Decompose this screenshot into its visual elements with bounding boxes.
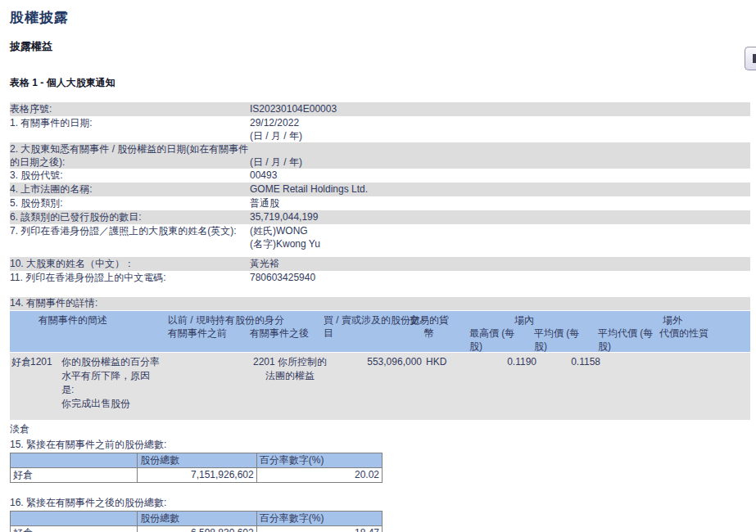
field-label: 11. 列印在香港身份證上的中文電碼: — [10, 272, 250, 285]
header-before-event: 有關事件之前 — [168, 327, 227, 340]
totals-after-section-label: 16. 緊接在有關事件之後的股份總數: — [10, 497, 750, 509]
average-price-value: 0.1158 — [535, 355, 600, 369]
field-value: 29/12/2022 (日 / 月 / 年) — [250, 117, 750, 142]
form-row: 3. 股份代號: 00493 — [10, 169, 750, 183]
row-label-long-position: 好倉 — [11, 468, 138, 483]
field-label: 5. 股份類別: — [10, 197, 250, 210]
page-title: 股權披露 — [10, 8, 750, 27]
field-value: 35,719,044,199 — [250, 211, 750, 224]
header-consideration-nature: 代價的性質 — [659, 327, 708, 340]
event-details-long-position-row: 好倉 1201 你的股份權益的百分率 水平有所下降，原因 是: 你完成出售股份 … — [10, 353, 750, 420]
shares-number-value: 553,096,000 — [324, 355, 422, 369]
totals-after-table: 股份總數 百分率數字(%) 好倉 6,598,830,602 18.47 — [10, 511, 383, 532]
form-row: 4. 上市法團的名稱: GOME Retail Holdings Ltd. — [10, 183, 750, 196]
percent-value: 18.47 — [256, 526, 382, 532]
field-label: 3. 股份代號: — [10, 169, 250, 183]
form-title: 表格 1 - 個人大股東通知 — [10, 76, 750, 90]
field-value: 780603425940 — [250, 272, 750, 285]
total-shares-value: 7,151,926,602 — [138, 468, 257, 483]
table-row: 好倉 6,598,830,602 18.47 — [11, 526, 383, 532]
field-label: 2. 大股東知悉有關事件 / 股份權益的日期(如在有關事件 的日期之後): — [10, 143, 250, 169]
form-row: 11. 列印在香港身份證上的中文電碼: 780603425940 — [10, 271, 750, 285]
form-row: 表格序號: IS20230104E00003 — [10, 102, 750, 116]
table-header-row: 股份總數 百分率數字(%) — [11, 453, 383, 468]
notice-form: 表格序號: IS20230104E00003 1. 有關事件的日期: 29/12… — [10, 102, 750, 285]
percent-value: 20.02 — [256, 468, 382, 483]
header-empty-cell — [11, 512, 138, 526]
section-title: 披露權益 — [10, 39, 750, 54]
form-row: 2. 大股東知悉有關事件 / 股份權益的日期(如在有關事件 的日期之後): (日… — [10, 142, 750, 169]
field-value: 普通股 — [250, 197, 750, 210]
print-button-partial[interactable] — [745, 47, 756, 70]
field-label: 4. 上市法團的名稱: — [10, 183, 250, 196]
highest-price-value: 0.1190 — [471, 355, 536, 369]
field-label: 表格序號: — [10, 103, 250, 116]
form-row: 7. 列印在香港身份證／護照上的大股東的姓名(英文): (姓氏)WONG (名字… — [10, 224, 750, 250]
event-details-section-label: 14. 有關事件的詳情: — [10, 297, 750, 310]
header-after-event: 有關事件之後 — [250, 327, 309, 340]
header-total-shares: 股份總數 — [138, 453, 257, 468]
header-event-description: 有關事件的簡述 — [38, 313, 107, 327]
form-row: 5. 股份類別: 普通股 — [10, 196, 750, 210]
header-highest-price: 最高價 (每 股) — [469, 327, 535, 353]
event-code: 1201 — [30, 355, 52, 369]
header-average-price: 平均價 (每 股) — [534, 327, 600, 353]
short-position-label: 淡倉 — [10, 423, 750, 435]
row-label-long-position: 好倉 — [11, 526, 138, 532]
header-percent-figure: 百分率數字(%) — [256, 453, 382, 468]
total-shares-value: 6,598,830,602 — [138, 526, 257, 532]
header-off-exchange: 場外 — [663, 313, 682, 327]
field-value: IS20230104E00003 — [250, 103, 750, 116]
field-label: 7. 列印在香港身份證／護照上的大股東的姓名(英文): — [10, 225, 250, 250]
header-percent-figure: 百分率數字(%) — [256, 512, 382, 526]
field-value: 黃光裕 — [250, 258, 750, 271]
header-on-exchange: 場內 — [514, 313, 534, 327]
totals-before-section-label: 15. 緊接在有關事件之前的股份總數: — [10, 439, 750, 451]
form-row: 1. 有關事件的日期: 29/12/2022 (日 / 月 / 年) — [10, 116, 750, 142]
field-label: 10. 大股東的姓名（中文）： — [10, 258, 250, 271]
header-capacity: 以前 / 現時持有股份的身分 — [168, 313, 284, 327]
table-row: 好倉 7,151,926,602 20.02 — [11, 468, 383, 483]
header-empty-cell — [11, 453, 138, 468]
long-position-label: 好倉 — [11, 355, 31, 369]
capacity-after-event: 2201 你所控制的 法團的權益 — [244, 355, 336, 383]
field-label: 1. 有關事件的日期: — [10, 117, 250, 142]
field-value: 00493 — [250, 169, 750, 183]
field-label: 6. 該類別的已發行股份的數目: — [10, 211, 250, 224]
printer-icon — [753, 54, 756, 63]
currency-value: HKD — [426, 355, 446, 369]
table-header-row: 股份總數 百分率數字(%) — [11, 512, 383, 526]
header-currency: 交易的貨 幣 — [408, 313, 450, 340]
form-row: 10. 大股東的姓名（中文）： 黃光裕 — [10, 257, 750, 271]
disclosure-page: 股權披露 披露權益 表格 1 - 個人大股東通知 表格序號: IS2023010… — [10, 8, 750, 532]
field-value: (姓氏)WONG (名字)Kwong Yu — [250, 225, 750, 250]
form-row: 6. 該類別的已發行股份的數目: 35,719,044,199 — [10, 210, 750, 224]
field-value: (日 / 月 / 年) — [250, 143, 750, 169]
totals-before-table: 股份總數 百分率數字(%) 好倉 7,151,926,602 20.02 — [10, 453, 383, 483]
field-value: GOME Retail Holdings Ltd. — [250, 183, 750, 196]
header-total-shares: 股份總數 — [138, 512, 257, 526]
event-details-table-header: 有關事件的簡述 以前 / 現時持有股份的身分 有關事件之前 有關事件之後 買 /… — [10, 311, 750, 352]
event-description: 你的股份權益的百分率 水平有所下降，原因 是: 你完成出售股份 — [61, 355, 160, 411]
